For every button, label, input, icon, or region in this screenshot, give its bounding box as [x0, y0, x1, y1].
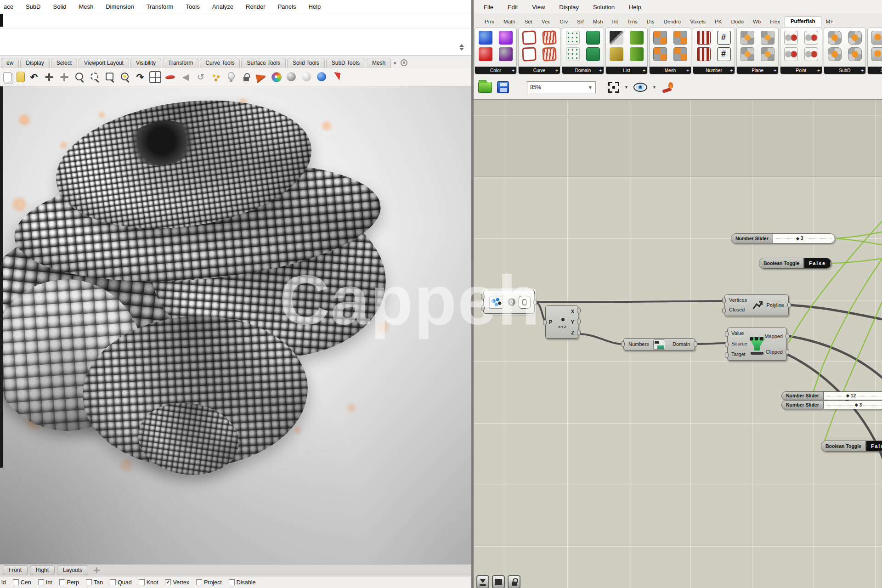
- mapped-output-port[interactable]: [786, 334, 789, 339]
- domain-output-port[interactable]: [694, 341, 697, 347]
- tab-mesh[interactable]: Mesh: [367, 58, 391, 68]
- param-output-port[interactable]: [533, 300, 537, 305]
- zoom-selected-icon[interactable]: [119, 71, 131, 83]
- list-group-expand[interactable]: +: [643, 68, 645, 73]
- mesh-weld-icon[interactable]: [673, 31, 687, 45]
- list-shift-icon[interactable]: [630, 47, 644, 61]
- number-slider-node-3[interactable]: Number Slider ◆ 3: [781, 401, 882, 409]
- redo-view-icon[interactable]: ↷: [134, 71, 146, 83]
- zoom-extents-icon[interactable]: [608, 82, 619, 93]
- osnap-disable[interactable]: Disable: [229, 579, 256, 586]
- viewport-tab-right[interactable]: Right: [30, 565, 55, 575]
- remap-node[interactable]: Value Source Target Mapped Clipped: [727, 328, 787, 361]
- plane-xy-icon[interactable]: [741, 31, 754, 45]
- rotate-view-icon[interactable]: ↺: [195, 71, 207, 83]
- toggle-value[interactable]: False: [866, 441, 882, 451]
- cen-checkbox[interactable]: [13, 579, 19, 585]
- param-component-node[interactable]: Q: [483, 290, 535, 314]
- menu-transform[interactable]: Transform: [147, 3, 174, 10]
- gh-tab-voxels[interactable]: Voxels: [685, 17, 710, 27]
- viewport-widget-icon[interactable]: [492, 575, 505, 588]
- tab-visibility[interactable]: Visibility: [130, 58, 161, 68]
- tab-overflow-chevron[interactable]: »: [392, 60, 397, 68]
- osnap-project[interactable]: Project: [196, 579, 222, 586]
- quad-checkbox[interactable]: [110, 579, 116, 585]
- osnap-cen[interactable]: Cen: [13, 579, 31, 586]
- boolean-toggle-node[interactable]: Boolean Toggle False: [759, 258, 831, 269]
- int-checkbox[interactable]: [38, 579, 44, 585]
- viewport-grid-icon[interactable]: [149, 71, 161, 83]
- slider-grip[interactable]: ◆ 12: [845, 393, 857, 398]
- vertices-input-port[interactable]: [722, 298, 726, 303]
- tab-view[interactable]: ew: [1, 58, 19, 68]
- rhino-viewport[interactable]: [0, 86, 471, 564]
- domain-remap-icon[interactable]: [586, 31, 600, 45]
- subd-faces-icon[interactable]: [848, 47, 862, 61]
- spin-down-icon[interactable]: [459, 48, 464, 51]
- menu-panels[interactable]: Panels: [278, 3, 296, 10]
- point-group-expand[interactable]: +: [817, 68, 820, 73]
- domain-node[interactable]: Numbers Domain: [623, 338, 695, 351]
- back-view-icon[interactable]: ◀: [180, 71, 192, 83]
- mesh-smooth-icon[interactable]: [653, 47, 667, 61]
- number-slider-node[interactable]: Number Slider ◆ 3: [731, 233, 835, 243]
- ghosted-display-icon[interactable]: [286, 71, 298, 83]
- point-cloud-icon[interactable]: [804, 47, 818, 61]
- tab-curve-tools[interactable]: Curve Tools: [200, 58, 240, 68]
- gh-menu-edit[interactable]: Edit: [508, 4, 518, 11]
- preview-dropdown-icon[interactable]: ▼: [652, 85, 656, 90]
- viewport-tab-front[interactable]: Front: [3, 565, 28, 575]
- gh-tab-trns[interactable]: Trns: [622, 17, 642, 27]
- gh-tab-srf[interactable]: Srf: [572, 17, 588, 27]
- xray-display-icon[interactable]: [301, 71, 313, 83]
- list-item-icon[interactable]: [610, 31, 623, 45]
- osnap-quad[interactable]: Quad: [110, 579, 132, 586]
- mesh-join-icon[interactable]: [673, 47, 687, 61]
- point-closest-icon[interactable]: [784, 47, 798, 61]
- gh-menu-help[interactable]: Help: [629, 4, 641, 11]
- colour-swatch-icon[interactable]: [499, 31, 513, 45]
- hide-icon[interactable]: [164, 71, 176, 83]
- point-deconstruct-icon[interactable]: [804, 31, 818, 45]
- subd-group-expand[interactable]: +: [861, 68, 864, 73]
- lock-icon[interactable]: [240, 71, 252, 83]
- gh-tab-pk[interactable]: PK: [710, 17, 726, 27]
- param-input-port-b[interactable]: [481, 305, 485, 311]
- gh-tab-dendro[interactable]: Dendro: [659, 17, 685, 27]
- domain-divide-icon[interactable]: [566, 47, 580, 61]
- shaded-display-icon[interactable]: [255, 71, 267, 83]
- gh-tab-wb[interactable]: Wb: [748, 17, 765, 27]
- vertex-checkbox[interactable]: [165, 579, 171, 585]
- menu-analyze[interactable]: Analyze: [212, 3, 233, 10]
- perp-checkbox[interactable]: [59, 579, 65, 585]
- value-input-port[interactable]: [725, 331, 729, 337]
- curve-offset-icon[interactable]: [542, 30, 557, 45]
- gh-menu-view[interactable]: View: [532, 4, 545, 11]
- curve-group-expand[interactable]: +: [555, 68, 558, 73]
- project-checkbox[interactable]: [196, 579, 202, 585]
- output-y-port[interactable]: [577, 319, 581, 324]
- gh-tab-int[interactable]: Int: [607, 17, 622, 27]
- output-x-port[interactable]: [577, 308, 581, 313]
- menu-tools[interactable]: Tools: [186, 3, 199, 10]
- plane-align-icon[interactable]: [741, 47, 754, 61]
- light-icon[interactable]: [225, 71, 237, 83]
- menu-help[interactable]: Help: [308, 3, 321, 10]
- zoom-extents-dropdown-icon[interactable]: ▼: [624, 85, 628, 90]
- domain-input-port[interactable]: [621, 341, 625, 347]
- zoom-icon[interactable]: [74, 71, 85, 83]
- command-scroll-spinner[interactable]: [458, 44, 465, 53]
- target-input-port[interactable]: [725, 352, 729, 358]
- gh-tab-math[interactable]: Math: [499, 17, 520, 27]
- subd-fuse-icon[interactable]: [848, 31, 862, 45]
- color-wheel-icon[interactable]: [271, 71, 283, 83]
- flag-icon[interactable]: [331, 71, 343, 83]
- menu-subd[interactable]: SubD: [26, 3, 41, 10]
- pan-icon[interactable]: [43, 71, 55, 83]
- toggle-value[interactable]: False: [804, 258, 831, 268]
- preview-eye-icon[interactable]: [633, 83, 647, 92]
- tab-transform[interactable]: Transform: [163, 58, 198, 68]
- param-input-port-a[interactable]: [481, 294, 485, 300]
- deconstruct-node[interactable]: P X Y Z: [545, 305, 578, 339]
- disable-checkbox[interactable]: [229, 579, 235, 585]
